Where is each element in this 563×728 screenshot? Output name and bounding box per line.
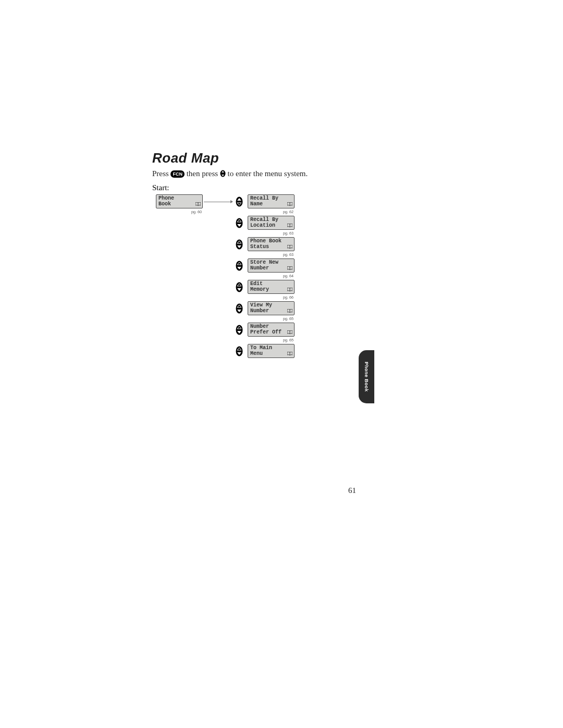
page-ref: pg. 65 [283, 338, 293, 342]
roadmap-diagram: PhoneBookpg. 60Recall ByNamepg. 62Recall… [152, 194, 376, 392]
menu-screen-7: To MainMenu [248, 344, 295, 358]
page-ref: pg. 66 [283, 295, 293, 300]
page-ref: pg. 63 [283, 252, 293, 257]
screen-line2: Number [250, 265, 292, 271]
book-icon [287, 245, 292, 249]
section-tab-label: Phone Book [364, 362, 369, 392]
book-icon [287, 288, 292, 291]
arrow-line [204, 202, 230, 202]
content-block: Road Map Press FCN then press to enter t… [152, 150, 376, 392]
nav-pill-6 [236, 325, 243, 335]
book-icon [287, 224, 292, 227]
book-icon [287, 352, 292, 355]
screen-line2: Status [250, 244, 292, 250]
nav-pill-5 [236, 303, 243, 314]
instr-part2: then press [187, 169, 218, 178]
menu-screen-2: Phone BookStatus [248, 237, 295, 251]
arrow-head-icon [230, 200, 233, 203]
menu-screen-5: View MyNumber [248, 301, 295, 315]
page-ref: pg. 64 [283, 274, 293, 278]
nav-pill-1 [236, 218, 243, 228]
root-screen: PhoneBook [156, 194, 203, 208]
nav-pill-7 [236, 346, 243, 356]
menu-screen-6: NumberPrefer Off [248, 323, 295, 337]
book-icon [195, 202, 201, 206]
instr-part3: to enter the menu system. [228, 169, 308, 178]
screen-line1: Edit [250, 281, 292, 287]
screen-line2: Location [250, 223, 292, 228]
book-icon [287, 330, 292, 334]
page-ref: pg. 62 [283, 209, 293, 214]
nav-pill-2 [236, 239, 243, 250]
page-ref: pg. 60 [191, 209, 202, 214]
menu-screen-0: Recall ByName [248, 194, 295, 208]
screen-line1: Phone [158, 195, 200, 201]
instr-part1: Press [152, 169, 169, 178]
nav-pill-3 [236, 261, 243, 271]
screen-line1: Phone Book [250, 238, 292, 244]
page: Road Map Press FCN then press to enter t… [0, 0, 563, 728]
fcn-button-icon: FCN [170, 170, 185, 178]
screen-line2: Name [250, 201, 292, 207]
screen-line2: Prefer Off [250, 329, 292, 335]
section-title: Road Map [152, 150, 376, 166]
screen-line1: Store New [250, 260, 292, 265]
screen-line1: Recall By [250, 195, 292, 201]
page-ref: pg. 65 [283, 316, 293, 321]
instruction-text: Press FCN then press to enter the menu s… [152, 169, 376, 178]
page-ref: pg. 63 [283, 231, 293, 236]
screen-line2: Number [250, 308, 292, 314]
screen-line1: View My [250, 302, 292, 308]
screen-line2: Memory [250, 287, 292, 292]
start-label: Start: [152, 183, 376, 192]
menu-screen-4: EditMemory [248, 280, 295, 294]
nav-button-icon [220, 170, 226, 177]
screen-line2: Menu [250, 351, 292, 356]
section-tab: Phone Book [359, 350, 374, 403]
menu-screen-1: Recall ByLocation [248, 216, 295, 230]
book-icon [287, 309, 292, 313]
screen-line1: Recall By [250, 217, 292, 223]
page-number: 61 [348, 486, 356, 495]
book-icon [287, 202, 292, 206]
menu-screen-3: Store NewNumber [248, 258, 295, 273]
screen-line1: Number [250, 324, 292, 329]
screen-line1: To Main [250, 345, 292, 351]
screen-line2: Book [158, 201, 200, 207]
book-icon [287, 266, 292, 270]
nav-pill-4 [236, 282, 243, 292]
nav-pill-0 [236, 196, 243, 207]
